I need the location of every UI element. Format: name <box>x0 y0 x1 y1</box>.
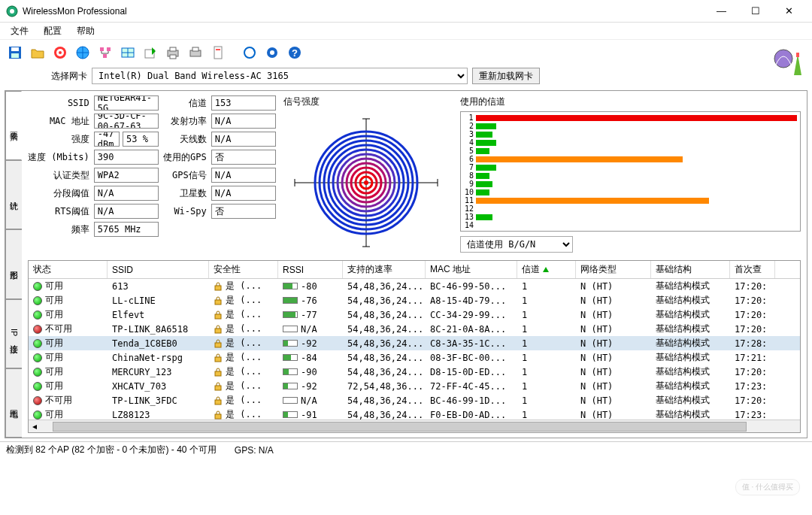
antenna-icon <box>773 45 804 77</box>
status-dot-icon <box>33 296 42 305</box>
connection-info: SSIDNETGEAR41-5G 信道153 MAC 地址9C-3D-CF-00… <box>28 95 276 254</box>
svg-rect-47 <box>215 300 221 304</box>
horizontal-scrollbar[interactable]: ◂ <box>29 420 800 432</box>
auth-value: WPA2 <box>94 168 159 183</box>
maximize-button[interactable]: ☐ <box>738 1 772 22</box>
gear-icon[interactable] <box>262 42 283 63</box>
status-dot-icon <box>33 325 42 334</box>
grid-col-header[interactable]: 基础结构 <box>651 261 730 278</box>
svg-point-26 <box>774 50 792 68</box>
lock-icon <box>214 311 223 320</box>
channel-mode-select[interactable]: 信道使用 B/G/N <box>460 236 573 253</box>
export-icon[interactable] <box>140 42 161 63</box>
tab-ip-connect[interactable]: IP 连接 <box>5 299 22 368</box>
speed-value: 390 <box>94 150 159 165</box>
open-icon[interactable] <box>27 42 48 63</box>
globe-icon[interactable] <box>72 42 93 63</box>
svg-rect-51 <box>215 357 221 362</box>
status-dot-icon <box>33 396 42 405</box>
channel-bar-row: 4 <box>464 138 797 147</box>
status-dot-icon <box>33 353 42 362</box>
table-row[interactable]: 可用Tenda_1C8EB0 是 (... -9254,48,36,24...C… <box>29 336 800 350</box>
status-dot-icon <box>33 339 42 348</box>
save-icon[interactable] <box>5 42 26 63</box>
grid-col-header[interactable]: 状态 <box>29 261 108 278</box>
lock-icon <box>214 410 223 420</box>
help-icon[interactable]: ? <box>284 42 305 63</box>
table-row[interactable]: 不可用TP-LINK_3FDC 是 (... N/A54,48,36,24...… <box>29 393 800 407</box>
refresh-icon[interactable] <box>239 42 260 63</box>
reload-adapter-button[interactable]: 重新加载网卡 <box>472 68 540 84</box>
svg-rect-9 <box>100 47 104 51</box>
print-icon[interactable] <box>162 42 183 63</box>
grid-col-header[interactable]: MAC 地址 <box>426 261 517 278</box>
sort-asc-icon <box>543 267 549 272</box>
channel-bar-row: 3 <box>464 130 797 138</box>
table-row[interactable]: 可用XHCATV_703 是 (... -9272,54,48,36...72-… <box>29 379 800 393</box>
grid-col-header[interactable]: 信道 <box>517 261 576 278</box>
sat-label: 卫星数 <box>163 187 207 200</box>
minimize-button[interactable]: — <box>704 1 738 22</box>
menu-file[interactable]: 文件 <box>5 23 35 39</box>
channel-bar-row: 11 <box>464 196 797 204</box>
frag-label: 分段阈值 <box>28 187 89 200</box>
lock-icon <box>214 396 223 405</box>
channel-bars: 1234567891011121314 <box>460 111 801 232</box>
adapter-select[interactable]: Intel(R) Dual Band Wireless-AC 3165 <box>92 68 468 84</box>
channel-bar-row: 8 <box>464 171 797 180</box>
menu-help[interactable]: 帮助 <box>71 23 101 39</box>
svg-rect-16 <box>170 55 176 59</box>
menu-config[interactable]: 配置 <box>38 23 68 39</box>
page-icon[interactable] <box>208 42 229 63</box>
tab-graph[interactable]: 图形 <box>5 229 22 298</box>
grid-col-header[interactable]: SSID <box>108 261 209 278</box>
svg-rect-20 <box>216 49 220 50</box>
channel-label: 信道 <box>163 97 207 110</box>
grid-col-header[interactable]: 网络类型 <box>576 261 651 278</box>
grid-col-header[interactable]: RSSI <box>278 261 343 278</box>
tab-map[interactable]: 地图 <box>5 368 22 438</box>
svg-rect-18 <box>192 47 198 51</box>
freq-label: 频率 <box>28 223 89 236</box>
map-icon[interactable] <box>117 42 138 63</box>
table-row[interactable]: 可用ChinaNet-rspg 是 (... -8454,48,36,24...… <box>29 350 800 365</box>
table-row[interactable]: 可用LL-cLINE 是 (... -7654,48,36,24...A8-15… <box>29 293 800 307</box>
ssid-label: SSID <box>28 98 89 108</box>
table-row[interactable]: 不可用TP-LINK_8A6518 是 (... N/A54,48,36,24.… <box>29 322 800 336</box>
table-row[interactable]: 可用613 是 (... -8054,48,36,24...BC-46-99-5… <box>29 279 800 293</box>
tab-statistics[interactable]: 统计 <box>5 160 22 229</box>
rssi-bar-icon <box>283 311 298 318</box>
svg-text:?: ? <box>292 47 298 59</box>
app-icon <box>6 5 18 17</box>
table-row[interactable]: 可用MERCURY_123 是 (... -9054,48,36,24...D8… <box>29 365 800 379</box>
gpssignal-value: N/A <box>211 168 276 183</box>
rssi-bar-icon <box>283 283 298 289</box>
svg-rect-48 <box>215 314 221 319</box>
channel-bar-row: 1 <box>464 114 797 122</box>
grid-body[interactable]: 可用613 是 (... -8054,48,36,24...BC-46-99-5… <box>29 279 800 420</box>
grid-col-header[interactable]: 支持的速率 <box>343 261 426 278</box>
network-icon[interactable] <box>95 42 116 63</box>
network-list: 状态SSID安全性RSSI支持的速率MAC 地址信道网络类型基础结构首次查 可用… <box>28 260 801 433</box>
rts-label: RTS阈值 <box>28 205 89 218</box>
rssi-bar-icon <box>283 411 298 418</box>
target-icon[interactable] <box>50 42 71 63</box>
svg-rect-49 <box>215 329 221 333</box>
svg-rect-50 <box>215 343 221 347</box>
close-button[interactable]: ✕ <box>772 1 806 22</box>
freq-value: 5765 MHz <box>94 222 159 237</box>
txpower-label: 发射功率 <box>163 115 207 128</box>
grid-col-header[interactable]: 安全性 <box>209 261 278 278</box>
table-row[interactable]: 可用Elfevt 是 (... -7754,48,36,24...CC-34-2… <box>29 307 800 322</box>
channel-bar-row: 9 <box>464 180 797 188</box>
table-row[interactable]: 可用LZ88123 是 (... -9154,48,36,24...F0-EB-… <box>29 407 800 420</box>
lock-icon <box>214 382 223 391</box>
channel-usage-panel: 使用的信道 1234567891011121314 信道使用 B/G/N <box>460 95 801 254</box>
wispy-label: Wi-Spy <box>163 206 207 217</box>
print2-icon[interactable] <box>185 42 206 63</box>
wispy-value: 否 <box>211 204 276 219</box>
tab-summary[interactable]: 摘要 <box>5 91 22 160</box>
grid-col-header[interactable]: 首次查 <box>730 261 775 278</box>
channel-bar-row: 12 <box>464 204 797 213</box>
rssi-bar-icon <box>283 340 298 347</box>
